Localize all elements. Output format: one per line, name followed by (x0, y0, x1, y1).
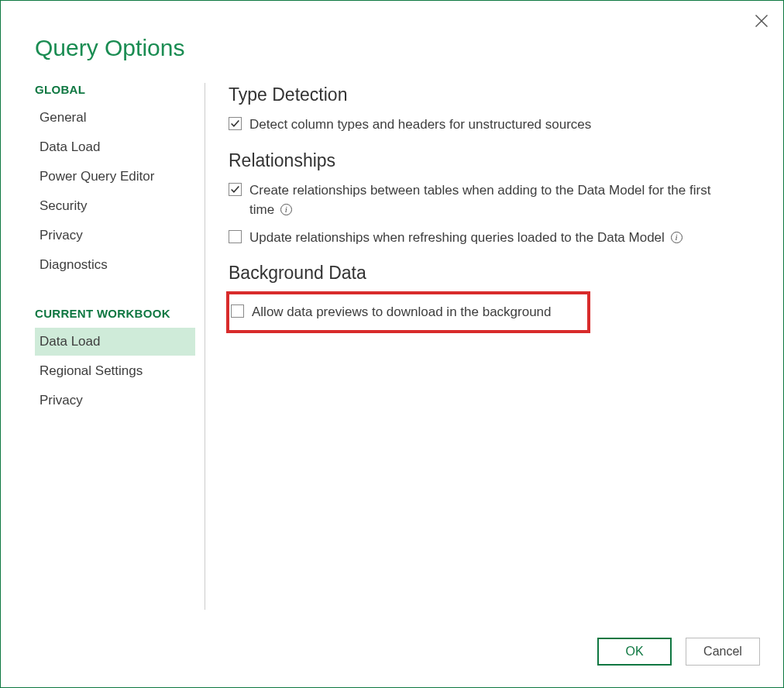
cancel-button[interactable]: Cancel (686, 638, 760, 666)
sidebar-item-diagnostics[interactable]: Diagnostics (35, 251, 195, 279)
allow-background-download-label: Allow data previews to download in the b… (252, 302, 552, 322)
background-data-heading: Background Data (229, 263, 783, 284)
sidebar-item-workbook-data-load[interactable]: Data Load (35, 328, 195, 356)
info-icon[interactable]: i (671, 232, 683, 243)
create-relationships-label: Create relationships between tables when… (249, 181, 730, 220)
sidebar-item-power-query-editor[interactable]: Power Query Editor (35, 163, 195, 191)
sidebar-item-security[interactable]: Security (35, 192, 195, 220)
sidebar-item-global-data-load[interactable]: Data Load (35, 133, 195, 161)
sidebar-item-global-privacy[interactable]: Privacy (35, 222, 195, 249)
main-panel: Type Detection Detect column types and h… (205, 83, 783, 610)
button-bar: OK Cancel (597, 638, 760, 666)
info-icon[interactable]: i (280, 204, 292, 215)
type-detection-heading: Type Detection (229, 84, 783, 105)
update-relationships-checkbox[interactable] (229, 230, 242, 243)
sidebar-item-workbook-privacy[interactable]: Privacy (35, 387, 195, 415)
create-relationships-checkbox[interactable] (229, 183, 242, 196)
sidebar-section-global: GLOBAL (35, 83, 195, 96)
detect-column-types-checkbox[interactable] (229, 117, 242, 130)
highlighted-option: Allow data previews to download in the b… (226, 291, 590, 333)
sidebar-section-current-workbook: CURRENT WORKBOOK (35, 307, 195, 320)
allow-background-download-checkbox[interactable] (231, 304, 244, 318)
update-relationships-label: Update relationships when refreshing que… (249, 228, 683, 248)
sidebar: GLOBAL General Data Load Power Query Edi… (35, 83, 205, 610)
ok-button[interactable]: OK (597, 638, 672, 666)
dialog-title: Query Options (1, 1, 783, 61)
sidebar-item-regional-settings[interactable]: Regional Settings (35, 357, 195, 385)
close-icon[interactable] (754, 13, 769, 29)
relationships-heading: Relationships (229, 150, 783, 171)
detect-column-types-label: Detect column types and headers for unst… (249, 115, 591, 135)
sidebar-item-general[interactable]: General (35, 104, 195, 132)
